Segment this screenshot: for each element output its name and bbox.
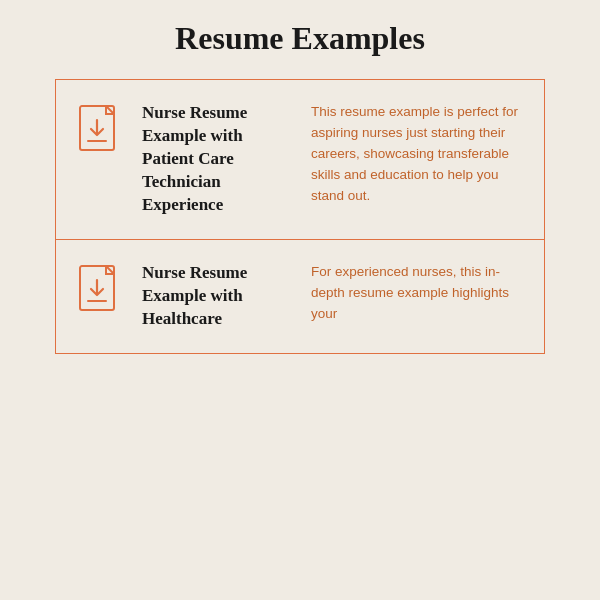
card-1-icon (76, 102, 124, 158)
card-1-description: This resume example is perfect for aspir… (311, 102, 524, 217)
page-wrapper: Resume Examples Nurse Resume Example wit… (0, 0, 600, 600)
page-title: Resume Examples (55, 20, 545, 57)
card-2-description: For experienced nurses, this in-depth re… (311, 262, 524, 331)
card-2-content: Nurse Resume Example with Healthcare For… (142, 262, 524, 331)
resume-card-2[interactable]: Nurse Resume Example with Healthcare For… (55, 239, 545, 354)
resume-card-1[interactable]: Nurse Resume Example with Patient Care T… (55, 79, 545, 239)
card-2-title: Nurse Resume Example with Healthcare (142, 262, 297, 331)
card-1-title: Nurse Resume Example with Patient Care T… (142, 102, 297, 217)
card-1-content: Nurse Resume Example with Patient Care T… (142, 102, 524, 217)
card-2-icon (76, 262, 124, 318)
